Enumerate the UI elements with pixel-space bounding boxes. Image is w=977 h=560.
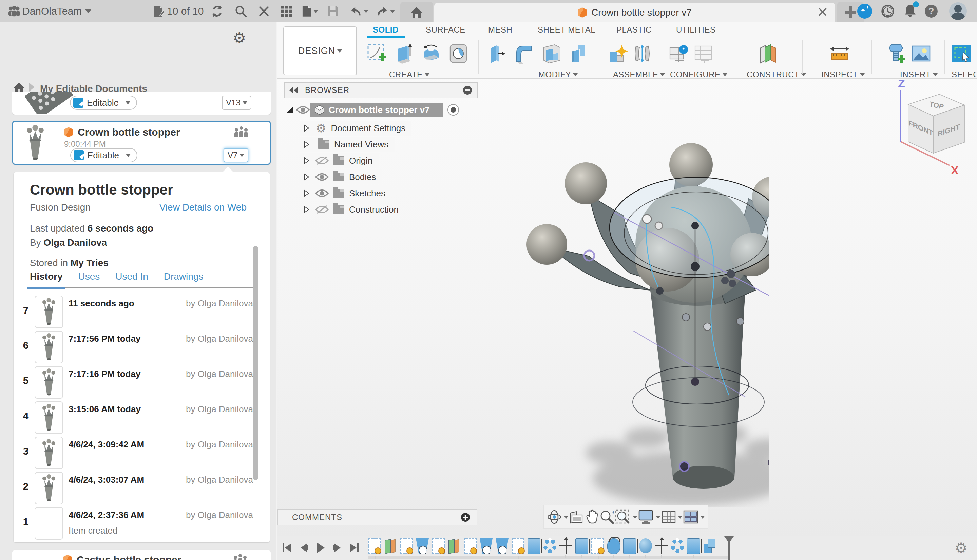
timeline-feature-sphere-icon[interactable]	[639, 538, 652, 553]
ribbon-tab-plastic[interactable]: PLASTIC	[616, 25, 652, 35]
timeline-feature-extrude-icon[interactable]	[575, 538, 588, 554]
ribbon-tab-solid[interactable]: SOLID	[373, 25, 399, 35]
timeline-feature-plane-icon[interactable]	[384, 538, 397, 554]
fit-view-tool[interactable]	[615, 510, 638, 524]
orbit-tool[interactable]	[547, 510, 569, 524]
version-dropdown[interactable]: V13	[222, 96, 251, 110]
add-comment-icon[interactable]	[460, 512, 471, 522]
primitive-cylinder-button[interactable]	[446, 40, 471, 67]
file-menu-button[interactable]	[300, 0, 320, 22]
browser-root-chip[interactable]: Crown bottle stopper v7	[310, 103, 443, 117]
ribbon-tab-surface[interactable]: SURFACE	[426, 25, 466, 35]
expand-arrow-icon[interactable]	[304, 173, 310, 181]
timeline-feature-move-icon[interactable]	[559, 538, 572, 554]
timeline-feature-pattern-icon[interactable]	[671, 538, 684, 554]
activate-component-radio[interactable]	[448, 104, 459, 116]
visibility-eye-icon[interactable]	[315, 189, 329, 198]
timeline-feature-sketch-icon[interactable]	[591, 538, 604, 554]
timeline-feature-sketch-icon[interactable]	[511, 538, 524, 554]
expand-arrow-icon[interactable]	[304, 206, 310, 213]
version-dropdown[interactable]: V7	[224, 148, 248, 162]
expand-arrow-icon[interactable]	[304, 157, 310, 164]
status-dropdown[interactable]: Editable	[70, 96, 137, 110]
timeline-feature-extrude-icon[interactable]	[528, 538, 540, 554]
timeline-feature-loft-icon[interactable]	[496, 538, 509, 554]
user-avatar[interactable]	[949, 0, 967, 22]
timeline-feature-extrude-icon[interactable]	[623, 538, 636, 554]
group-label-create[interactable]: CREATE	[389, 70, 429, 79]
browser-item-sketches[interactable]: Sketches	[299, 186, 391, 201]
status-dropdown[interactable]: Editable	[70, 148, 137, 162]
timeline-go-to-end-button[interactable]	[349, 542, 359, 553]
view-details-on-web-link[interactable]: View Details on Web	[159, 202, 247, 213]
timeline-go-to-start-button[interactable]	[282, 542, 292, 553]
history-row[interactable]: 3 4/6/24, 3:09:42 AM by Olga Danilova	[13, 435, 258, 470]
fillet-button[interactable]	[512, 40, 536, 67]
data-panel-settings-gear-icon[interactable]: ⚙	[233, 30, 246, 45]
timeline-feature-sketch-icon[interactable]	[400, 538, 413, 554]
document-card-next[interactable]: Cactus bottle stopper	[12, 550, 271, 560]
comments-bar[interactable]: COMMENTS	[277, 509, 477, 525]
expand-arrow-icon[interactable]	[304, 124, 310, 132]
visibility-eye-icon[interactable]	[296, 105, 310, 114]
expand-triangle-icon[interactable]	[286, 106, 294, 113]
save-button[interactable]	[326, 0, 340, 22]
apps-grid-icon[interactable]	[279, 0, 294, 22]
zoom-tool[interactable]	[600, 510, 615, 524]
browser-item-bodies[interactable]: Bodies	[299, 170, 382, 184]
tab-used-in[interactable]: Used In	[115, 271, 148, 282]
ribbon-tab-sheet-metal[interactable]: SHEET METAL	[538, 25, 595, 35]
insert-canvas-image-button[interactable]	[909, 40, 933, 67]
timeline-feature-move-icon[interactable]	[655, 538, 668, 554]
data-panel-scrollbar[interactable]	[253, 246, 258, 480]
expand-arrow-icon[interactable]	[304, 190, 310, 197]
timeline-step-back-button[interactable]	[299, 542, 308, 553]
tab-history[interactable]: History	[30, 271, 62, 282]
group-label-construct[interactable]: CONSTRUCT	[747, 70, 806, 79]
close-tab-icon[interactable]	[818, 7, 827, 18]
combine-button[interactable]	[566, 40, 591, 67]
close-panel-icon[interactable]	[256, 0, 271, 22]
construct-plane-button[interactable]	[756, 40, 781, 67]
document-card-selected[interactable]: Crown bottle stopper 9:00:44 PM Editable…	[12, 121, 271, 165]
extrude-button[interactable]	[392, 40, 416, 67]
browser-item-origin[interactable]: Origin	[299, 153, 379, 168]
refresh-icon[interactable]	[210, 0, 225, 22]
timeline-feature-plane-icon[interactable]	[448, 538, 461, 554]
group-label-configure[interactable]: CONFIGURE	[670, 70, 727, 79]
tab-uses[interactable]: Uses	[78, 271, 100, 282]
timeline-settings-gear-icon[interactable]: ⚙	[955, 541, 967, 555]
shell-button[interactable]	[539, 40, 563, 67]
timeline-feature-loft-icon[interactable]	[480, 538, 493, 554]
document-card-partial[interactable]: Editable V13	[12, 92, 271, 115]
browser-root-node[interactable]: Crown bottle stopper v7	[286, 102, 465, 117]
timeline-feature-sketch-icon[interactable]	[368, 538, 381, 554]
browser-item-document-settings[interactable]: ⚙ Document Settings	[299, 121, 411, 136]
joint-button[interactable]	[630, 40, 655, 67]
search-icon[interactable]	[234, 0, 248, 22]
visibility-eye-off-icon[interactable]	[315, 156, 329, 165]
group-label-assemble[interactable]: ASSEMBLE	[613, 70, 665, 79]
job-status-clock-icon[interactable]	[880, 0, 895, 22]
history-row[interactable]: 2 4/6/24, 3:03:07 AM by Olga Danilova	[13, 470, 258, 506]
timeline-feature-combine-icon[interactable]	[703, 538, 716, 554]
redo-button[interactable]	[375, 0, 396, 22]
visibility-eye-off-icon[interactable]	[315, 205, 329, 214]
browser-item-named-views[interactable]: Named Views	[299, 137, 394, 152]
shared-people-icon[interactable]	[234, 127, 248, 137]
expand-arrow-icon[interactable]	[304, 141, 310, 148]
timeline-step-forward-button[interactable]	[333, 542, 342, 553]
timeline-feature-loft-icon[interactable]	[416, 538, 429, 554]
collapse-panel-icon[interactable]	[289, 86, 299, 94]
timeline-feature-sketch-icon[interactable]	[464, 538, 477, 554]
history-row[interactable]: 1 4/6/24, 2:37:36 AM by Olga Danilova It…	[13, 506, 258, 541]
ribbon-tab-utilities[interactable]: UTILITIES	[676, 25, 716, 35]
notifications-bell-icon[interactable]	[902, 0, 918, 22]
grid-layout-tool[interactable]	[661, 510, 683, 524]
timeline-feature-pattern-icon[interactable]	[543, 538, 556, 554]
timeline-feature-sketch-icon[interactable]	[432, 538, 445, 554]
view-cube[interactable]: Z X TOP FRONT RIGHT	[891, 77, 976, 178]
browser-panel-header[interactable]: BROWSER	[284, 82, 478, 98]
workspace-switcher-design[interactable]: DESIGN	[283, 27, 357, 75]
timeline-feature-extrude-icon[interactable]	[687, 538, 700, 554]
